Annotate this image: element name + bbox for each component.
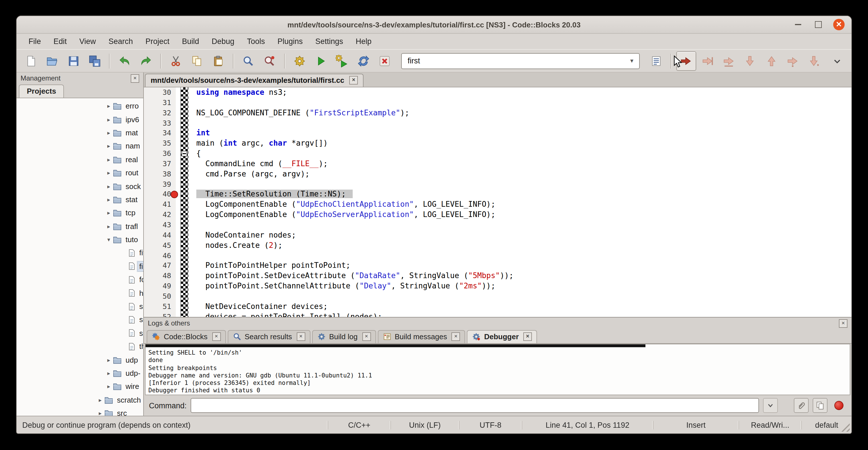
chevron-down-button[interactable]: [827, 51, 847, 70]
logs-tab-build-log[interactable]: Build log×: [312, 330, 376, 343]
paste-button[interactable]: [209, 51, 228, 70]
line-number[interactable]: 51: [144, 301, 176, 311]
logs-close-icon[interactable]: ×: [839, 319, 847, 328]
code-line-40[interactable]: 40 Time::SetResolution (Time::NS);: [144, 189, 851, 200]
menu-project[interactable]: Project: [139, 34, 176, 49]
breakpoint-icon[interactable]: [170, 191, 178, 198]
line-number[interactable]: 48: [144, 271, 176, 281]
tree-expander-icon[interactable]: ▸: [105, 210, 113, 216]
menu-debug[interactable]: Debug: [206, 34, 241, 49]
line-number[interactable]: 38: [144, 169, 176, 179]
tree-expander-icon[interactable]: ▸: [96, 397, 104, 403]
code-line-46[interactable]: 46: [144, 250, 851, 261]
maximize-button[interactable]: [813, 19, 824, 30]
tree-expander-icon[interactable]: ▸: [105, 384, 113, 390]
minimize-button[interactable]: [792, 19, 804, 30]
tree-item-sock[interactable]: ▸sock: [17, 180, 143, 193]
chevron-down-icon[interactable]: ▾: [630, 57, 633, 64]
line-number[interactable]: 52: [144, 311, 176, 317]
code-line-42[interactable]: 42 LogComponentEnable ("UdpEchoServerApp…: [144, 210, 851, 220]
tree-expander-icon[interactable]: ▸: [105, 223, 113, 229]
line-number[interactable]: 31: [144, 98, 176, 108]
line-number[interactable]: 37: [144, 159, 176, 169]
tree-item-wire[interactable]: ▸wire: [17, 380, 143, 393]
line-number[interactable]: 39: [144, 179, 176, 189]
code-line-43[interactable]: 43: [144, 220, 851, 230]
line-number[interactable]: 50: [144, 291, 176, 302]
tree-expander-icon[interactable]: ▸: [105, 103, 113, 109]
tree-expander-icon[interactable]: ▸: [105, 183, 113, 189]
line-number[interactable]: 30: [144, 87, 176, 98]
fold-collapse-icon[interactable]: [181, 151, 187, 156]
code-line-39[interactable]: 39: [144, 179, 851, 189]
tree-item-udp-[interactable]: ▸udp-: [17, 367, 143, 380]
code-line-31[interactable]: 31: [144, 98, 851, 108]
menu-tools[interactable]: Tools: [241, 34, 271, 49]
code-line-45[interactable]: 45 nodes.Create (2);: [144, 240, 851, 250]
menu-view[interactable]: View: [73, 34, 102, 49]
tree-item-se[interactable]: se: [17, 313, 143, 327]
logs-tab-search-results[interactable]: Search results×: [227, 330, 310, 343]
line-number[interactable]: 35: [144, 138, 176, 148]
tree-expander-icon[interactable]: ▸: [96, 410, 104, 416]
code-line-48[interactable]: 48 pointToPoint.SetDeviceAttribute ("Dat…: [144, 271, 851, 281]
redo-button[interactable]: [136, 51, 156, 70]
code-line-52[interactable]: 52 devices = pointToPoint.Install (nodes…: [144, 311, 851, 317]
tree-expander-icon[interactable]: ▸: [105, 170, 113, 176]
tree-item-th[interactable]: th: [17, 340, 143, 353]
code-line-30[interactable]: 30using namespace ns3;: [144, 87, 851, 98]
tree-item-rout[interactable]: ▸rout: [17, 166, 143, 180]
tree-expander-icon[interactable]: ▸: [105, 197, 113, 203]
undo-button[interactable]: [115, 51, 135, 70]
find-in-files-button[interactable]: [260, 51, 280, 70]
tree-item-ipv6[interactable]: ▸ipv6: [17, 113, 143, 126]
run-button[interactable]: [311, 51, 331, 70]
line-number[interactable]: 32: [144, 108, 176, 118]
save-file-button[interactable]: [64, 51, 83, 70]
tree-expander-icon[interactable]: ▸: [105, 357, 113, 363]
code-line-49[interactable]: 49 pointToPoint.SetChannelAttribute ("De…: [144, 281, 851, 291]
line-number[interactable]: 46: [144, 250, 176, 261]
tree-expander-icon[interactable]: ▸: [105, 143, 113, 149]
open-file-button[interactable]: [42, 51, 62, 70]
management-close-icon[interactable]: ×: [131, 74, 139, 83]
menu-build[interactable]: Build: [176, 34, 206, 49]
code-line-50[interactable]: 50: [144, 291, 851, 302]
tree-item-tcp[interactable]: ▸tcp: [17, 206, 143, 219]
tree-expander-icon[interactable]: ▾: [105, 236, 113, 243]
abort-build-button[interactable]: [375, 51, 395, 70]
code-line-34[interactable]: 34int: [144, 128, 851, 139]
save-all-button[interactable]: [85, 51, 105, 70]
tree-item-stat[interactable]: ▸stat: [17, 193, 143, 206]
menu-edit[interactable]: Edit: [48, 34, 73, 49]
code-line-51[interactable]: 51 NetDeviceContainer devices;: [144, 301, 851, 311]
line-number[interactable]: 49: [144, 281, 176, 291]
code-line-37[interactable]: 37 CommandLine cmd (__FILE__);: [144, 159, 851, 169]
tree-expander-icon[interactable]: ▸: [105, 156, 113, 163]
code-line-32[interactable]: 32NS_LOG_COMPONENT_DEFINE ("FirstScriptE…: [144, 108, 851, 118]
tree-item-mat[interactable]: ▸mat: [17, 126, 143, 140]
menu-settings[interactable]: Settings: [309, 34, 349, 49]
tree-item-scratch[interactable]: ▸scratch: [17, 393, 143, 407]
tree-item-udp[interactable]: ▸udp: [17, 353, 143, 367]
build-button[interactable]: [290, 51, 309, 70]
line-number[interactable]: 47: [144, 261, 176, 271]
tree-item-trafl[interactable]: ▸trafl: [17, 219, 143, 233]
code-line-33[interactable]: 33: [144, 118, 851, 128]
run-to-cursor-button[interactable]: [698, 51, 717, 70]
build-and-run-button[interactable]: [333, 51, 352, 70]
tab-close-icon[interactable]: ×: [523, 332, 532, 341]
tab-projects[interactable]: Projects: [19, 85, 64, 98]
next-line-button[interactable]: [719, 51, 739, 70]
tree-item-fif[interactable]: fif: [17, 246, 143, 260]
tab-close-icon[interactable]: ×: [297, 332, 305, 341]
tree-expander-icon[interactable]: ▸: [105, 116, 113, 122]
command-history-button[interactable]: [763, 398, 778, 413]
tree-item-fo[interactable]: fo: [17, 273, 143, 287]
tab-close-icon[interactable]: ×: [452, 332, 460, 341]
editor-tab[interactable]: mnt/dev/tools/source/ns-3-dev/examples/t…: [145, 74, 364, 87]
step-into-button[interactable]: [740, 51, 760, 70]
debugger-log[interactable]: Setting SHELL to '/bin/sh'doneSetting br…: [145, 344, 850, 395]
copy-button[interactable]: [187, 51, 207, 70]
tree-item-erro[interactable]: ▸erro: [17, 99, 143, 113]
